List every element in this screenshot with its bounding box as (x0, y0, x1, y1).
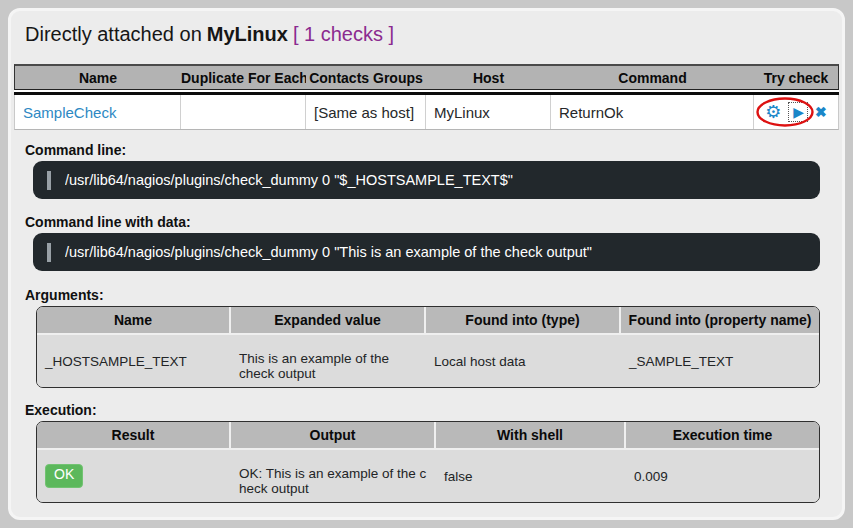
command-line-label: Command line: (25, 142, 842, 158)
check-command-cell: ReturnOk (551, 95, 754, 129)
execution-output-text: OK: This is an example of the check outp… (239, 456, 428, 496)
argument-expanded-value-text: This is an example of the check output (239, 341, 418, 381)
page-title: Directly attached onMyLinux[ 1 checks ] (25, 21, 842, 47)
play-icon[interactable]: ▶ (793, 104, 804, 120)
check-name-cell: SampleCheck (15, 95, 181, 129)
execution-result-cell: OK (37, 450, 231, 502)
command-line-with-data-label: Command line with data: (25, 214, 842, 230)
gear-icon[interactable]: ⚙ (765, 103, 781, 121)
argument-found-into-property-cell: _SAMPLE_TEXT (621, 335, 819, 387)
argument-expanded-value-cell: This is an example of the check output (231, 335, 426, 387)
code-accent-bar (47, 171, 51, 190)
arguments-table: Name Expanded value Found into (type) Fo… (36, 306, 820, 388)
execution-header-with-shell: With shell (436, 422, 626, 450)
check-table-row: SampleCheck [Same as host] MyLinux Retur… (14, 95, 839, 130)
title-prefix: Directly attached on (25, 23, 202, 45)
column-header-try-check: Try check (754, 66, 838, 89)
arguments-header-found-into-type: Found into (type) (426, 307, 621, 335)
title-host-name: MyLinux (207, 23, 288, 45)
arguments-header-expanded-value: Expanded value (231, 307, 426, 335)
check-duplicate-cell (181, 95, 306, 129)
try-check-cell: ⚙ ▶ ✖ (754, 95, 838, 129)
argument-found-into-type-cell: Local host data (426, 335, 621, 387)
check-host-cell: MyLinux (426, 95, 551, 129)
column-header-duplicate-for-each: Duplicate For Each (181, 66, 306, 89)
result-ok-badge: OK (45, 464, 83, 487)
main-panel: Directly attached onMyLinux[ 1 checks ] … (8, 8, 845, 520)
command-line-with-data-value: /usr/lib64/nagios/plugins/check_dummy 0 … (65, 244, 592, 260)
check-contacts-groups-cell: [Same as host] (306, 95, 426, 129)
check-name-link[interactable]: SampleCheck (23, 104, 116, 121)
column-header-command: Command (551, 66, 754, 89)
arguments-header-name: Name (37, 307, 231, 335)
argument-name-cell: _HOSTSAMPLE_TEXT (37, 335, 231, 387)
execution-header-output: Output (231, 422, 436, 450)
arguments-header-found-into-property: Found into (property name) (621, 307, 819, 335)
checks-count-link[interactable]: [ 1 checks ] (293, 23, 394, 45)
play-button-focus-box[interactable]: ▶ (788, 102, 808, 122)
column-header-name: Name (15, 66, 181, 89)
code-accent-bar (47, 243, 51, 262)
execution-with-shell-cell: false (436, 450, 626, 502)
execution-header-execution-time: Execution time (626, 422, 819, 450)
command-line-box: /usr/lib64/nagios/plugins/check_dummy 0 … (33, 161, 820, 199)
command-line-value: /usr/lib64/nagios/plugins/check_dummy 0 … (65, 172, 513, 188)
close-icon[interactable]: ✖ (815, 105, 827, 119)
execution-header-result: Result (37, 422, 231, 450)
execution-output-cell: OK: This is an example of the check outp… (231, 450, 436, 502)
execution-time-cell: 0.009 (626, 450, 819, 502)
arguments-label: Arguments: (25, 287, 842, 303)
column-header-host: Host (426, 66, 551, 89)
column-header-contacts-groups: Contacts Groups (306, 66, 426, 89)
command-line-with-data-box: /usr/lib64/nagios/plugins/check_dummy 0 … (33, 233, 820, 271)
checks-table-header: Name Duplicate For Each Contacts Groups … (14, 64, 839, 90)
execution-table: Result Output With shell Execution time … (36, 421, 820, 503)
execution-label: Execution: (25, 402, 842, 418)
checks-table: Name Duplicate For Each Contacts Groups … (14, 64, 839, 130)
